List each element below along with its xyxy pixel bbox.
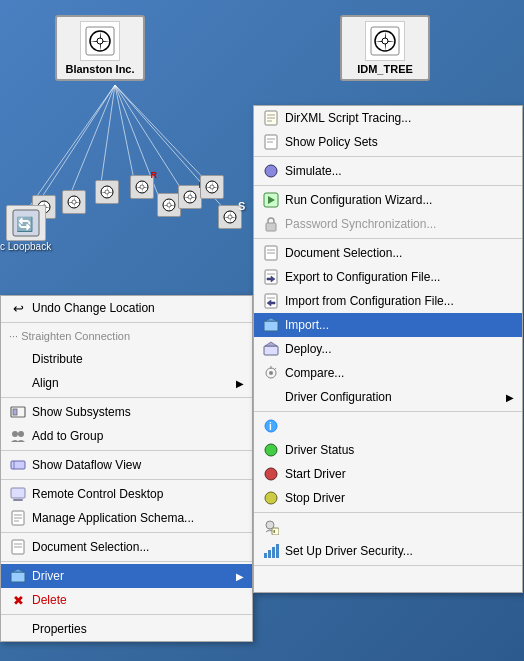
svg-rect-70 <box>264 321 278 331</box>
separator-4 <box>1 479 252 480</box>
export-config-icon <box>262 268 280 286</box>
svg-point-35 <box>12 431 18 437</box>
svg-point-57 <box>265 165 277 177</box>
distribute-icon <box>9 350 27 368</box>
blanston-label: Blanston Inc. <box>65 63 135 75</box>
add-to-group-item[interactable]: Add to Group <box>1 424 252 448</box>
stop-driver-icon <box>262 465 280 483</box>
set-trace-item[interactable]: Set Up Driver Security... <box>254 539 522 563</box>
driver-status-item[interactable]: i <box>254 414 522 438</box>
align-item[interactable]: Align ▶ <box>1 371 252 395</box>
svg-marker-71 <box>265 318 277 321</box>
compare-icon <box>262 364 280 382</box>
blanston-node[interactable]: Blanston Inc. <box>55 15 145 81</box>
run-config-item[interactable]: Run Configuration Wizard... <box>254 188 522 212</box>
distribute-item[interactable]: Distribute <box>1 347 252 371</box>
separator-2 <box>1 397 252 398</box>
undo-change-location[interactable]: ↩ Undo Change Location <box>1 296 252 320</box>
svg-marker-49 <box>12 569 24 572</box>
remote-control-icon <box>9 485 27 503</box>
setup-security-item[interactable] <box>254 515 522 539</box>
driver-config-icon <box>262 388 280 406</box>
stop-driver-item[interactable]: Start Driver <box>254 462 522 486</box>
left-context-menu: ↩ Undo Change Location ··· Straighten Co… <box>0 295 253 642</box>
right-context-menu: DirXML Script Tracing... Show Policy Set… <box>253 105 523 593</box>
doc-selection-right-item[interactable]: Document Selection... <box>254 241 522 265</box>
idm-tree-label: IDM_TREE <box>350 63 420 75</box>
s-label: S <box>238 200 245 212</box>
show-subsystems-item[interactable]: Show Subsystems <box>1 400 252 424</box>
right-sep-1 <box>254 156 522 157</box>
remote-control-item[interactable]: Remote Control Desktop <box>1 482 252 506</box>
small-node-3[interactable] <box>95 180 119 204</box>
svg-rect-72 <box>264 346 278 355</box>
driver-item[interactable]: Driver ▶ <box>1 564 252 588</box>
driver-status-icon: i <box>262 417 280 435</box>
svg-line-77 <box>274 368 276 370</box>
manage-schema-item[interactable]: Manage Application Schema... <box>1 506 252 530</box>
delete-icon: ✖ <box>9 591 27 609</box>
align-icon <box>9 374 27 392</box>
show-subsystems-icon <box>9 403 27 421</box>
svg-rect-89 <box>276 544 279 558</box>
setup-security-icon <box>262 518 280 536</box>
show-dataflow-item[interactable]: Show Dataflow View <box>1 453 252 477</box>
restart-driver-icon <box>262 489 280 507</box>
deploy-item[interactable]: Deploy... <box>254 337 522 361</box>
separator-1 <box>1 322 252 323</box>
simulate-item[interactable]: Simulate... <box>254 159 522 183</box>
password-sync-item[interactable]: Password Synchronization... <box>254 212 522 236</box>
svg-point-18 <box>72 200 76 204</box>
dirxml-trace-icon <box>262 109 280 127</box>
start-driver-item[interactable]: Driver Status <box>254 438 522 462</box>
svg-point-75 <box>269 371 273 375</box>
small-node-2[interactable] <box>62 190 86 214</box>
svg-text:🔄: 🔄 <box>16 216 34 233</box>
small-node-4[interactable]: R <box>130 175 154 199</box>
export-config-item[interactable]: Export to Configuration File... <box>254 265 522 289</box>
right-sep-6 <box>254 565 522 566</box>
show-dataflow-icon <box>9 456 27 474</box>
svg-marker-73 <box>265 342 277 346</box>
undo-icon: ↩ <box>9 299 27 317</box>
svg-point-81 <box>265 468 277 480</box>
doc-selection-right-icon <box>262 244 280 262</box>
right-sep-3 <box>254 238 522 239</box>
doc-selection-left-item[interactable]: Document Selection... <box>1 535 252 559</box>
idm-tree-node[interactable]: IDM_TREE <box>340 15 430 81</box>
manage-schema-icon <box>9 509 27 527</box>
small-node-6[interactable]: R <box>178 185 202 209</box>
svg-point-24 <box>167 203 171 207</box>
dirxml-trace-item[interactable]: DirXML Script Tracing... <box>254 106 522 130</box>
restart-driver-item[interactable]: Stop Driver <box>254 486 522 510</box>
svg-rect-85 <box>274 530 276 533</box>
svg-point-80 <box>265 444 277 456</box>
svg-rect-39 <box>11 488 25 498</box>
import-icon <box>262 316 280 334</box>
svg-point-36 <box>18 431 24 437</box>
loopback-label: c Loopback <box>0 241 51 252</box>
show-policy-item[interactable]: Show Policy Sets <box>254 130 522 154</box>
right-sep-2 <box>254 185 522 186</box>
import-config-item[interactable]: Import from Configuration File... <box>254 289 522 313</box>
import-item[interactable]: Import... <box>254 313 522 337</box>
svg-rect-87 <box>268 550 271 558</box>
driver-config-item[interactable]: Driver Configuration ▶ <box>254 385 522 409</box>
driver-icon <box>9 567 27 585</box>
loopback-node[interactable]: 🔄 c Loopback <box>0 205 51 252</box>
separator-7 <box>1 614 252 615</box>
separator-5 <box>1 532 252 533</box>
svg-point-22 <box>140 185 144 189</box>
driver-config-arrow: ▶ <box>506 392 514 403</box>
svg-rect-84 <box>272 528 279 535</box>
small-node-7[interactable] <box>200 175 224 199</box>
properties-right-item[interactable] <box>254 568 522 592</box>
password-sync-icon <box>262 215 280 233</box>
svg-rect-86 <box>264 553 267 558</box>
separator-3 <box>1 450 252 451</box>
show-policy-icon <box>262 133 280 151</box>
delete-item[interactable]: ✖ Delete <box>1 588 252 612</box>
compare-item[interactable]: Compare... <box>254 361 522 385</box>
properties-left-item[interactable]: Properties <box>1 617 252 641</box>
run-config-icon <box>262 191 280 209</box>
